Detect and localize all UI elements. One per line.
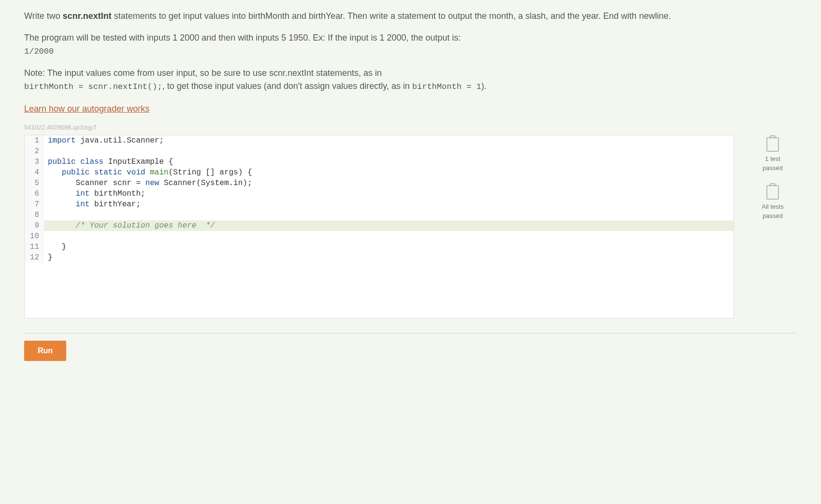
code-token xyxy=(48,221,76,230)
clipboard-icon xyxy=(766,185,779,200)
code-line[interactable]: 7 int birthYear; xyxy=(25,199,734,210)
status-all-tests: All tests passed xyxy=(749,185,797,221)
line-content[interactable]: public static void main(String [] args) … xyxy=(44,167,734,178)
line-number: 4 xyxy=(25,167,44,178)
code-line[interactable]: 11 } xyxy=(25,242,734,252)
mono-text: birthMonth = 1 xyxy=(412,82,481,91)
clipboard-icon xyxy=(766,137,779,152)
code-line[interactable]: 5 Scanner scnr = new Scanner(System.in); xyxy=(25,178,734,188)
line-number: 1 xyxy=(25,135,44,146)
watermark-id: 541022.4028086.qx3zqy7 xyxy=(24,123,797,132)
status-label: 1 test passed xyxy=(749,154,797,173)
code-token: Scanner scnr = xyxy=(48,179,145,187)
status-label: All tests passed xyxy=(749,202,797,221)
code-token: (String [] args) { xyxy=(169,168,252,177)
code-token: Scanner(System.in); xyxy=(159,179,252,187)
code-token xyxy=(48,168,62,177)
line-content[interactable]: int birthYear; xyxy=(44,199,734,210)
code-token: java.util.Scanner; xyxy=(76,136,164,145)
code-token xyxy=(48,200,76,209)
code-token: main xyxy=(150,168,168,177)
code-line[interactable]: 2 xyxy=(25,146,734,157)
line-number: 10 xyxy=(25,231,44,242)
line-number: 3 xyxy=(25,157,44,167)
text: Note: The input values come from user in… xyxy=(24,68,382,78)
code-token: InputExample { xyxy=(108,158,173,166)
line-content[interactable] xyxy=(44,210,734,220)
code-line[interactable]: 6 int birthMonth; xyxy=(25,188,734,199)
code-line[interactable]: 4 public static void main(String [] args… xyxy=(25,167,734,178)
code-token: /* Your solution goes here */ xyxy=(76,221,215,230)
instruction-para-3: Note: The input values come from user in… xyxy=(24,67,797,93)
line-number: 12 xyxy=(25,252,44,263)
code-token: } xyxy=(48,253,53,262)
code-token xyxy=(48,189,76,198)
text: , to get those input values (and don't a… xyxy=(162,81,412,91)
line-content[interactable]: import java.util.Scanner; xyxy=(44,135,734,146)
status-one-test: 1 test passed xyxy=(749,137,797,173)
bold-text: scnr.nextInt xyxy=(63,11,112,21)
line-number: 9 xyxy=(25,220,44,231)
line-content[interactable] xyxy=(44,231,734,242)
status-panel: 1 test passed All tests passed xyxy=(749,135,797,221)
text: Write two xyxy=(24,11,63,21)
mono-text: birthMonth = scnr.nextInt(); xyxy=(24,82,162,91)
code-token: new xyxy=(145,179,159,187)
text: The program will be tested with inputs 1… xyxy=(24,33,461,43)
line-content[interactable]: Scanner scnr = new Scanner(System.in); xyxy=(44,178,734,188)
autograder-link[interactable]: Learn how our autograder works xyxy=(24,102,149,115)
code-token: int xyxy=(76,200,90,209)
code-token: birthYear; xyxy=(89,200,141,209)
editor-wrapper: 1import java.util.Scanner;23public class… xyxy=(24,135,797,318)
text: ). xyxy=(481,81,487,91)
code-token: int xyxy=(76,189,90,198)
code-line[interactable]: 10 xyxy=(25,231,734,242)
code-token: import xyxy=(48,136,76,145)
line-number: 2 xyxy=(25,146,44,157)
code-line[interactable]: 1import java.util.Scanner; xyxy=(25,135,734,146)
line-content[interactable] xyxy=(44,146,734,157)
line-number: 7 xyxy=(25,199,44,210)
mono-text: 1/2000 xyxy=(24,47,54,56)
line-number: 11 xyxy=(25,242,44,252)
code-editor[interactable]: 1import java.util.Scanner;23public class… xyxy=(24,135,734,318)
line-number: 6 xyxy=(25,188,44,199)
line-number: 5 xyxy=(25,178,44,188)
controls-bar: Run xyxy=(24,333,797,361)
line-content[interactable]: int birthMonth; xyxy=(44,188,734,199)
instruction-para-1: Write two scnr.nextInt statements to get… xyxy=(24,10,797,23)
line-content[interactable]: } xyxy=(44,252,734,263)
code-line[interactable]: 9 /* Your solution goes here */ xyxy=(25,220,734,231)
line-content[interactable]: /* Your solution goes here */ xyxy=(44,220,734,231)
text: statements to get input values into birt… xyxy=(112,11,671,21)
line-content[interactable]: } xyxy=(44,242,734,252)
instruction-para-2: The program will be tested with inputs 1… xyxy=(24,31,797,58)
code-line[interactable]: 8 xyxy=(25,210,734,220)
instructions-block: Write two scnr.nextInt statements to get… xyxy=(24,10,797,93)
code-line[interactable]: 3public class InputExample { xyxy=(25,157,734,167)
line-content[interactable]: public class InputExample { xyxy=(44,157,734,167)
line-number: 8 xyxy=(25,210,44,220)
code-token: public static void xyxy=(62,168,150,177)
code-token: birthMonth; xyxy=(89,189,145,198)
code-token: public class xyxy=(48,158,108,166)
run-button[interactable]: Run xyxy=(24,341,66,361)
code-token: } xyxy=(48,243,66,251)
code-line[interactable]: 12} xyxy=(25,252,734,263)
